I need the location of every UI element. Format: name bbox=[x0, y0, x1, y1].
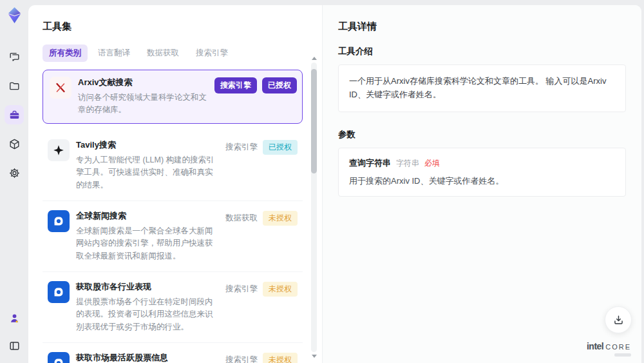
tool-auth-badge: 未授权 bbox=[263, 282, 298, 297]
news-app-icon bbox=[48, 352, 70, 363]
tool-detail-section: 工具详情 工具介绍 一个用于从Arxiv存储库搜索科学论文和文章的工具。 输入可… bbox=[322, 5, 641, 363]
tab-语言翻译[interactable]: 语言翻译 bbox=[91, 44, 137, 62]
tool-list: Arxiv文献搜索 访问各个研究领域大量科学论文和文章的存储库。 搜索引擎 已授… bbox=[43, 70, 303, 363]
collapse-panel-icon[interactable] bbox=[5, 336, 24, 355]
news-app-icon bbox=[48, 210, 70, 232]
param-card: 查询字符串 字符串 必填 用于搜索的Arxiv ID、关键字或作者姓名。 bbox=[338, 148, 626, 197]
tool-category-label: 数据获取 bbox=[225, 211, 258, 226]
tool-description: 访问各个研究领域大量科学论文和文章的存储库。 bbox=[78, 92, 208, 117]
tool-description: 全球新闻搜索是一个聚合全球各大新闻网站内容的搜索引擎，帮助用户快速获取全球最新资… bbox=[76, 225, 219, 262]
arxiv-logo-icon bbox=[53, 81, 68, 95]
tool-meta: 数据获取 未授权 bbox=[225, 210, 298, 262]
tab-所有类别[interactable]: 所有类别 bbox=[43, 44, 88, 62]
scrollbar-thumb[interactable] bbox=[311, 69, 317, 173]
tool-body: 全球新闻搜索 全球新闻搜索是一个聚合全球各大新闻网站内容的搜索引擎，帮助用户快速… bbox=[76, 210, 219, 262]
list-scrollbar[interactable] bbox=[311, 57, 317, 358]
tavily-star-icon bbox=[52, 143, 66, 157]
user-icon[interactable] bbox=[5, 308, 24, 328]
intel-core-sub-badge bbox=[614, 353, 631, 357]
tool-name: 获取市场最活跃股票信息 bbox=[76, 352, 219, 363]
param-name: 查询字符串 bbox=[349, 157, 391, 169]
tool-name: Tavily搜索 bbox=[76, 139, 219, 151]
chat-icon[interactable] bbox=[5, 47, 24, 66]
main-panel: 工具集 所有类别语言翻译数据获取搜索引擎 Arxiv文献搜索 访问各个研究领域大… bbox=[28, 5, 641, 363]
scroll-up-arrow-icon[interactable] bbox=[312, 57, 317, 60]
tool-body: 获取股市各行业表现 提供股票市场各个行业在特定时间段内的表现。投资者可以利用这些… bbox=[76, 281, 219, 333]
tool-card[interactable]: 获取股市各行业表现 提供股票市场各个行业在特定时间段内的表现。投资者可以利用这些… bbox=[43, 272, 303, 343]
tool-auth-badge: 已授权 bbox=[263, 140, 298, 155]
detail-title: 工具详情 bbox=[338, 21, 626, 33]
tool-category-label: 搜索引擎 bbox=[225, 282, 258, 297]
tool-card[interactable]: Arxiv文献搜索 访问各个研究领域大量科学论文和文章的存储库。 搜索引擎 已授… bbox=[43, 70, 303, 124]
news-app-icon bbox=[48, 281, 70, 303]
tool-category-label: 搜索引擎 bbox=[225, 353, 258, 363]
news-app-icon bbox=[52, 214, 66, 228]
folder-icon[interactable] bbox=[5, 76, 24, 95]
tavily-star-icon bbox=[48, 139, 70, 161]
sidebar-bottom bbox=[5, 308, 24, 355]
param-head: 查询字符串 字符串 必填 bbox=[349, 157, 615, 169]
download-button[interactable] bbox=[605, 306, 632, 333]
settings-icon[interactable] bbox=[5, 163, 24, 182]
tool-auth-badge: 已授权 bbox=[262, 77, 297, 93]
tab-数据获取[interactable]: 数据获取 bbox=[140, 44, 185, 62]
tool-body: Tavily搜索 专为人工智能代理 (LLM) 构建的搜索引擎工具。可快速提供实… bbox=[76, 139, 219, 191]
tool-card[interactable]: 全球新闻搜索 全球新闻搜索是一个聚合全球各大新闻网站内容的搜索引擎，帮助用户快速… bbox=[43, 201, 303, 272]
scrollbar-track[interactable] bbox=[311, 63, 317, 352]
intel-wordmark: intel bbox=[587, 341, 603, 351]
category-tabs: 所有类别语言翻译数据获取搜索引擎 bbox=[43, 44, 307, 62]
tool-name: 获取股市各行业表现 bbox=[76, 281, 219, 293]
cube-icon[interactable] bbox=[5, 134, 24, 153]
tool-meta: 搜索引擎 已授权 bbox=[214, 77, 297, 117]
tool-description: 专为人工智能代理 (LLM) 构建的搜索引擎工具。可快速提供实时、准确和真实的结… bbox=[76, 154, 219, 191]
tool-meta: 搜索引擎 未授权 bbox=[225, 281, 298, 333]
intel-core-logo: intel core bbox=[587, 341, 631, 357]
tool-name: 全球新闻搜索 bbox=[76, 210, 219, 222]
param-description: 用于搜索的Arxiv ID、关键字或作者姓名。 bbox=[349, 175, 615, 187]
tool-body: Arxiv文献搜索 访问各个研究领域大量科学论文和文章的存储库。 bbox=[78, 77, 208, 117]
param-required-badge: 必填 bbox=[424, 158, 440, 169]
tool-name: Arxiv文献搜索 bbox=[78, 77, 208, 88]
gem-logo-icon[interactable] bbox=[6, 6, 23, 24]
download-icon bbox=[612, 314, 625, 326]
tool-meta: 搜索引擎 未授权 bbox=[225, 352, 298, 363]
scroll-down-arrow-icon[interactable] bbox=[312, 355, 317, 358]
tab-搜索引擎[interactable]: 搜索引擎 bbox=[189, 44, 234, 62]
news-app-icon bbox=[52, 356, 66, 363]
core-wordmark: core bbox=[605, 343, 631, 351]
tool-list-section: 工具集 所有类别语言翻译数据获取搜索引擎 Arxiv文献搜索 访问各个研究领域大… bbox=[28, 5, 322, 363]
tool-category-label: 搜索引擎 bbox=[214, 77, 257, 93]
tool-category-label: 搜索引擎 bbox=[225, 140, 258, 155]
tool-card[interactable]: Tavily搜索 专为人工智能代理 (LLM) 构建的搜索引擎工具。可快速提供实… bbox=[43, 130, 303, 201]
sidebar-nav bbox=[5, 47, 24, 182]
tool-description: 提供股票市场各个行业在特定时间段内的表现。投资者可以利用这些信息来识别表现优于或… bbox=[76, 296, 219, 333]
arxiv-logo-icon bbox=[50, 77, 71, 99]
news-app-icon bbox=[52, 285, 66, 299]
intro-heading: 工具介绍 bbox=[338, 46, 626, 57]
tool-intro-card: 一个用于从Arxiv存储库搜索科学论文和文章的工具。 输入可以是Arxiv ID… bbox=[338, 64, 626, 112]
tool-body: 获取市场最活跃股票信息 提供当天交易量最高的股票列表，投资者可以利用这些信息来识… bbox=[76, 352, 219, 363]
tool-card[interactable]: 获取市场最活跃股票信息 提供当天交易量最高的股票列表，投资者可以利用这些信息来识… bbox=[43, 343, 303, 363]
param-type: 字符串 bbox=[396, 158, 419, 169]
tool-meta: 搜索引擎 已授权 bbox=[225, 139, 298, 191]
tool-auth-badge: 未授权 bbox=[263, 211, 298, 226]
toolbox-icon[interactable] bbox=[5, 105, 24, 124]
page-title: 工具集 bbox=[43, 21, 307, 33]
tool-auth-badge: 未授权 bbox=[263, 353, 298, 363]
app-sidebar bbox=[0, 0, 28, 363]
params-heading: 参数 bbox=[338, 129, 626, 141]
